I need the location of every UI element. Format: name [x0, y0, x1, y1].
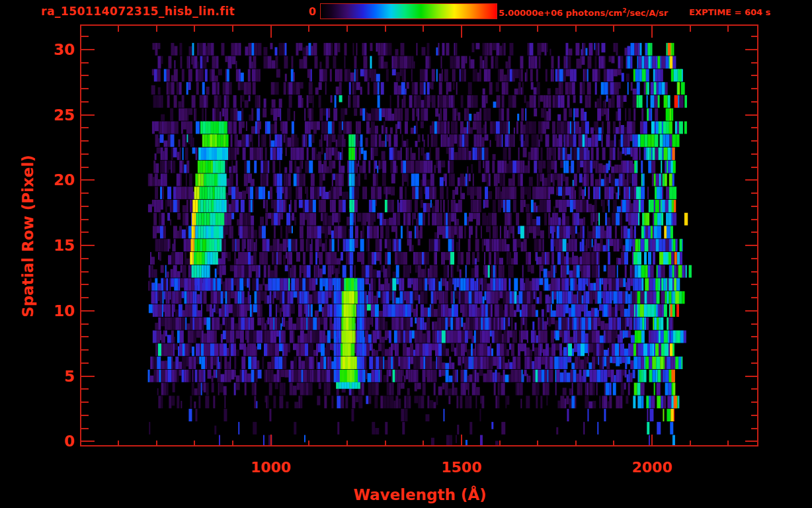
y-tick [751, 62, 758, 64]
y-tick [81, 114, 95, 116]
x-tick [118, 441, 119, 446]
x-tick [270, 26, 272, 38]
y-tick [81, 336, 89, 337]
colorbar-min-label: 0 [296, 5, 316, 18]
y-tick [81, 192, 89, 194]
y-tick [751, 36, 758, 37]
y-tick [81, 362, 89, 364]
y-tick [751, 219, 758, 220]
x-tick [346, 441, 348, 446]
y-tick [81, 88, 89, 89]
y-tick [81, 323, 89, 325]
y-tick [751, 284, 758, 285]
y-tick [751, 101, 758, 103]
y-tick [81, 179, 95, 181]
y-tick [81, 101, 89, 103]
y-tick [751, 428, 758, 429]
x-tick [575, 26, 577, 32]
y-tick [745, 179, 758, 181]
colorbar-units-suffix: /sec/A/sr [626, 8, 668, 18]
y-tick [81, 75, 89, 76]
x-tick [194, 26, 195, 32]
y-tick [81, 284, 89, 285]
y-tick [751, 127, 758, 128]
x-tick [232, 441, 233, 446]
x-tick [270, 435, 272, 446]
y-tick [81, 376, 95, 377]
y-tick [751, 336, 758, 337]
x-tick [613, 441, 614, 446]
y-tick [81, 428, 89, 429]
y-tick [81, 349, 89, 351]
y-tick [81, 271, 89, 273]
y-tick [81, 219, 89, 220]
y-tick-label: 10 [35, 302, 75, 319]
y-tick [81, 297, 89, 298]
y-tick [745, 441, 758, 442]
y-tick [81, 153, 89, 155]
y-tick [751, 140, 758, 142]
x-tick [346, 26, 348, 32]
x-tick [156, 26, 157, 32]
y-tick-label: 20 [35, 171, 75, 189]
x-tick [194, 441, 195, 446]
y-tick [751, 206, 758, 207]
x-tick-label: 1500 [422, 459, 501, 476]
y-tick [81, 36, 89, 37]
x-tick [575, 441, 577, 446]
x-tick [423, 26, 424, 32]
colorbar-max-label: 5.00000e+06 photons/cm2/sec/A/sr [499, 7, 668, 18]
y-tick [81, 62, 89, 64]
exptime-label: EXPTIME = 604 s [689, 7, 770, 17]
y-tick [81, 388, 89, 390]
x-tick [727, 26, 729, 32]
y-tick [81, 415, 89, 416]
x-tick [156, 441, 157, 446]
y-tick-label: 30 [35, 41, 75, 58]
x-tick [308, 26, 309, 32]
x-tick [537, 26, 538, 32]
colorbar [320, 3, 497, 19]
x-tick [690, 441, 691, 446]
y-tick [745, 376, 758, 377]
y-tick [745, 310, 758, 312]
y-tick [751, 402, 758, 403]
y-tick [751, 192, 758, 194]
y-tick [745, 245, 758, 246]
x-tick [423, 441, 424, 446]
y-tick [751, 323, 758, 325]
x-tick [308, 441, 309, 446]
y-tick [751, 349, 758, 351]
x-tick [118, 26, 119, 32]
x-tick [232, 26, 233, 32]
x-tick [651, 26, 653, 38]
y-tick [81, 49, 95, 50]
y-tick [751, 153, 758, 155]
y-tick [81, 310, 95, 312]
y-tick-label: 0 [35, 433, 75, 450]
y-tick [751, 75, 758, 76]
x-tick [385, 26, 386, 32]
y-tick [81, 232, 89, 233]
x-tick [461, 435, 462, 446]
y-tick [751, 362, 758, 364]
spectral-heatmap-canvas [81, 26, 758, 446]
x-tick [690, 26, 691, 32]
x-tick [499, 441, 501, 446]
x-tick-label: 1000 [231, 459, 311, 476]
y-tick [745, 49, 758, 50]
colorbar-max-value: 5.00000e+06 photons/cm [499, 8, 622, 18]
y-tick [81, 206, 89, 207]
x-axis-title: Wavelength (Å) [353, 486, 486, 503]
x-tick [385, 441, 386, 446]
y-tick-label: 15 [35, 237, 75, 254]
y-tick [751, 271, 758, 273]
y-axis-title: Spatial Row (Pixel) [19, 155, 36, 318]
y-tick-label: 5 [35, 368, 75, 385]
y-tick [81, 245, 95, 246]
idl-spectral-image-viewer: { "header": { "title": "ra_150114072315_… [0, 0, 812, 508]
x-tick [613, 26, 614, 32]
y-tick [81, 402, 89, 403]
y-tick [81, 441, 95, 442]
y-tick [751, 415, 758, 416]
